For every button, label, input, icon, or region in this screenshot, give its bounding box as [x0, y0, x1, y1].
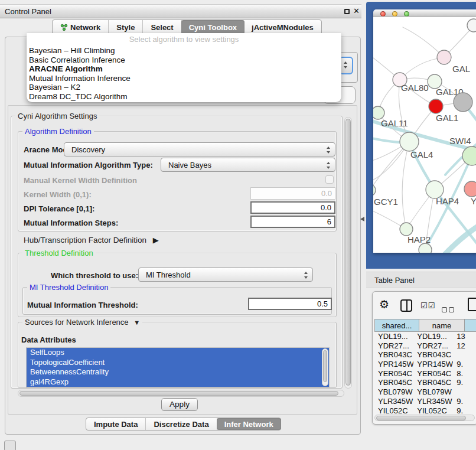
table-row[interactable]: YER054CYER054C8. — [374, 369, 476, 379]
table-horizontal-scrollbar[interactable] — [374, 415, 475, 421]
table-row[interactable]: YDR27...YDR27...12 — [374, 341, 476, 351]
minimize-traffic-light-icon[interactable] — [392, 11, 397, 17]
table-cell: YPR145W — [413, 360, 453, 369]
network-node[interactable] — [419, 243, 432, 253]
node-label-gal80: GAL80 — [401, 83, 429, 93]
tab-select[interactable]: Select — [143, 20, 181, 34]
attribute-item-topologicalcoefficient[interactable]: TopologicalCoefficient — [27, 358, 329, 368]
network-node-gal1[interactable] — [429, 99, 443, 113]
table-cell: YER054C — [413, 369, 453, 379]
close-icon[interactable]: ✕ — [353, 6, 360, 15]
column-header-a[interactable]: A — [465, 319, 476, 332]
network-window: GALGAL80GAL10GAL1GAL11SWI4GAL4GCY1HAP4YH… — [373, 9, 476, 253]
apply-button[interactable]: Apply — [161, 398, 198, 411]
table-row[interactable]: YBL079WYBL079W — [374, 387, 476, 397]
algorithm-dropdown-prompt: Select algorithm to view settings — [27, 33, 341, 46]
columns-icon[interactable] — [400, 299, 412, 312]
table-cell — [453, 350, 476, 360]
network-edge[interactable] — [402, 142, 409, 229]
mi-threshold-input[interactable]: 0.5 — [248, 298, 332, 310]
mi-type-label: Mutual Information Algorithm Type: — [24, 161, 153, 169]
mi-steps-label: Mutual Information Steps: — [24, 219, 118, 227]
zoom-traffic-light-icon[interactable] — [404, 11, 409, 17]
attributes-list-scrollbar[interactable] — [322, 348, 328, 386]
table-row[interactable]: YPR145WYPR145W9. — [374, 360, 476, 369]
data-attributes-list[interactable]: SelfLoopsTopologicalCoefficientBetweenne… — [26, 347, 330, 387]
table-cell: YER054C — [374, 369, 413, 379]
tab-jactivemnodules[interactable]: jActiveMNodules — [244, 20, 321, 34]
hub-definition-expander[interactable]: Hub/Transcription Factor Definition ▶ — [24, 236, 159, 244]
which-threshold-select[interactable]: MI Threshold — [138, 268, 313, 282]
attribute-item-selfloops[interactable]: SelfLoops — [27, 348, 329, 358]
node-label-hap4: HAP4 — [436, 196, 459, 206]
table-cell: YBL079W — [374, 387, 413, 397]
settings-horizontal-scrollbar[interactable] — [18, 390, 344, 397]
bottom-tab-impute-data[interactable]: Impute Data — [86, 418, 146, 430]
tab-cyni-toolbox[interactable]: Cyni Toolbox — [181, 20, 244, 34]
dpi-tolerance-input[interactable]: 0.0 — [250, 201, 335, 214]
network-node-gcy1[interactable] — [373, 184, 376, 196]
algorithm-option-dream8-dc-tdc-algorithm[interactable]: Dream8 DC_TDC Algorithm — [27, 92, 341, 102]
algorithm-option-bayesian-hill-climbing[interactable]: Bayesian – Hill Climbing — [27, 46, 341, 56]
table-row[interactable]: YBR043CYBR043C — [374, 350, 476, 360]
kernel-width-input[interactable]: 0.0 — [250, 187, 335, 200]
minimized-panel-icon[interactable] — [4, 441, 16, 450]
close-traffic-light-icon[interactable] — [380, 11, 386, 17]
column-header-name[interactable]: name — [419, 319, 465, 332]
table-row[interactable]: YIL052CYIL052C9. — [374, 406, 476, 415]
bottom-tab-infer-network[interactable]: Infer Network — [217, 418, 281, 430]
settings-vertical-scrollbar[interactable] — [344, 117, 352, 389]
attribute-item-gal4rgexp[interactable]: gal4RGexp — [27, 377, 329, 387]
network-node[interactable] — [454, 93, 472, 112]
table-horizontal-scrollbar-thumb[interactable] — [376, 416, 466, 420]
aracne-mode-select[interactable]: Discovery — [64, 142, 335, 156]
table-cell: 9. — [453, 397, 476, 406]
sources-group-title[interactable]: Sources for Network Inference ▼ — [22, 318, 142, 327]
manual-kernel-checkbox[interactable] — [325, 175, 334, 184]
deselect-all-boxes-icon[interactable] — [442, 304, 456, 315]
mi-algorithm-type-select[interactable]: Naive Bayes — [161, 158, 335, 172]
network-canvas[interactable]: GALGAL80GAL10GAL1GAL11SWI4GAL4GCY1HAP4YH… — [373, 17, 476, 253]
column-header-shared-[interactable]: shared... — [374, 319, 419, 332]
network-node-hap2[interactable] — [400, 223, 413, 236]
network-edge[interactable] — [444, 224, 476, 253]
table-cell: YBL079W — [413, 387, 453, 397]
table-row[interactable]: YDL19...YDL19...13 — [374, 332, 476, 341]
table-body: YDL19...YDL19...13YDR27...YDR27...12YBR0… — [374, 332, 476, 415]
network-node[interactable] — [467, 19, 476, 32]
table-cell: YDL19... — [374, 332, 413, 341]
mi-threshold-label: Mutual Information Threshold: — [27, 301, 138, 309]
select-all-checks-icon[interactable]: ☑☑ — [420, 301, 435, 310]
table-cell: YBR043C — [374, 350, 413, 360]
table-row[interactable]: YLR345WYLR345W9. — [374, 397, 476, 406]
document-icon[interactable] — [468, 298, 476, 311]
settings-vertical-scrollbar-thumb[interactable] — [345, 119, 351, 386]
float-panel-icon[interactable] — [344, 9, 350, 14]
table-row[interactable]: YBR045CYBR045C9. — [374, 378, 476, 387]
algorithm-option-mutual-information-inference[interactable]: Mutual Information Inference — [27, 74, 341, 83]
table-cell: YIL052C — [374, 406, 413, 415]
algorithm-option-bayesian-k2[interactable]: Bayesian – K2 — [27, 83, 341, 92]
table-cell: YDL19... — [413, 332, 453, 341]
table-cell: YLR345W — [413, 397, 453, 406]
settings-horizontal-scrollbar-thumb[interactable] — [19, 391, 338, 396]
which-threshold-value: MI Threshold — [146, 270, 191, 279]
mi-steps-input[interactable]: 6 — [250, 216, 335, 228]
gear-icon[interactable]: ⚙ — [379, 298, 389, 311]
network-edge[interactable] — [403, 27, 444, 57]
network-node-y[interactable] — [464, 181, 476, 197]
algorithm-option-basic-correlation-inference[interactable]: Basic Correlation Inference — [27, 56, 341, 65]
network-node-gal4[interactable] — [400, 132, 419, 151]
tab-network[interactable]: Network — [53, 20, 109, 34]
table-cell: 12 — [453, 341, 476, 351]
network-graph[interactable]: GALGAL80GAL10GAL1GAL11SWI4GAL4GCY1HAP4YH… — [373, 17, 476, 253]
cyni-algorithm-settings-title: Cyni Algorithm Settings — [15, 112, 99, 120]
bottom-tab-discretize-data[interactable]: Discretize Data — [146, 418, 217, 430]
tab-style[interactable]: Style — [109, 20, 143, 34]
network-node-gal11[interactable] — [373, 106, 384, 119]
table-cell: YPR145W — [374, 360, 413, 369]
network-node-gal[interactable] — [437, 50, 451, 64]
attributes-list-scrollbar-thumb[interactable] — [323, 350, 327, 382]
algorithm-option-aracne-algorithm[interactable]: ARACNE Algorithm — [27, 64, 341, 74]
attribute-item-betweennesscentrality[interactable]: BetweennessCentrality — [27, 367, 329, 377]
